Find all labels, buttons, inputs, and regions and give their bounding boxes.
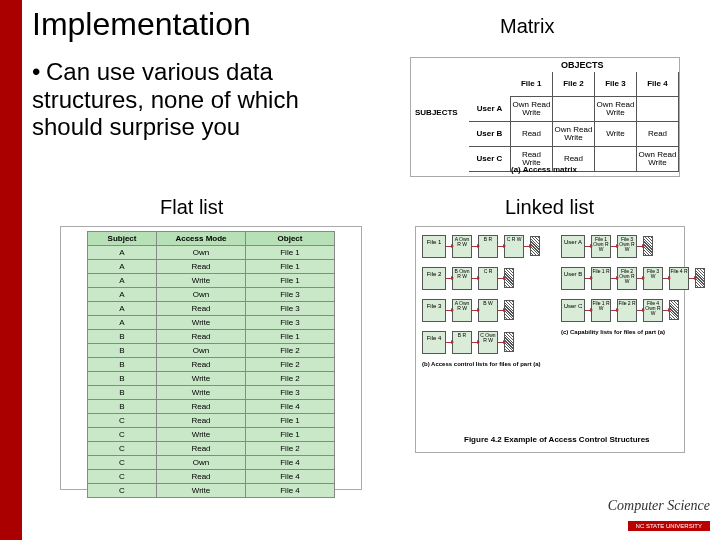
ll-node: C R W	[504, 235, 524, 258]
ll-node: C R	[478, 267, 498, 290]
subjects-header: SUBJECTS	[415, 108, 458, 117]
ll-node: B W	[478, 299, 498, 322]
arrow-icon	[446, 310, 452, 311]
ll-node: File 1 Own R W	[591, 235, 611, 258]
sub-caption: (b) Access control lists for files of pa…	[422, 361, 552, 367]
ll-head: File 3	[422, 299, 446, 322]
ll-head: File 1	[422, 235, 446, 258]
arrow-icon	[446, 278, 452, 279]
table-row: AOwnFile 3	[88, 288, 335, 302]
ll-node: C Own R W	[478, 331, 498, 354]
table-row: CReadFile 2	[88, 442, 335, 456]
ll-node: File 1 R W	[591, 299, 611, 322]
table-row: BWriteFile 3	[88, 386, 335, 400]
arrow-icon	[446, 246, 452, 247]
logo-badge: NC STATE UNIVERSITY	[628, 521, 710, 531]
table-row: CReadFile 4	[88, 470, 335, 484]
flat-list-diagram: Subject Access Mode Object AOwnFile 1ARe…	[60, 226, 362, 490]
table-row: CWriteFile 1	[88, 428, 335, 442]
ll-head: File 2	[422, 267, 446, 290]
arrow-icon	[498, 310, 504, 311]
ll-head: User B	[561, 267, 585, 290]
table-row: BReadFile 1	[88, 330, 335, 344]
linked-list-row: User CFile 1 R WFile 2 RFile 4 Own R W	[561, 297, 679, 323]
ll-node: File 2 R	[617, 299, 637, 322]
ll-node: B R	[478, 235, 498, 258]
slide-title: Implementation	[32, 6, 251, 43]
acl-lists: File 1A Own R WB RC R WFile 2B Own R WC …	[422, 233, 552, 367]
linked-list-row: User BFile 1 RFile 2 Own R WFile 3 WFile…	[561, 265, 679, 291]
bullet-text: •Can use various data structures, none o…	[32, 58, 372, 141]
arrow-icon	[498, 246, 504, 247]
arrow-icon	[498, 342, 504, 343]
sub-caption: (c) Capability lists for files of part (…	[561, 329, 679, 335]
ll-node: B R	[452, 331, 472, 354]
ll-node: File 4 R	[669, 267, 689, 290]
table-row: AOwnFile 1	[88, 246, 335, 260]
logo-text: Computer Science	[608, 498, 710, 514]
table-row: CReadFile 1	[88, 414, 335, 428]
arrow-icon	[689, 278, 695, 279]
ll-node: B Own R W	[452, 267, 472, 290]
arrow-icon	[472, 278, 478, 279]
matrix-caption: (a) Access matrix	[511, 165, 577, 174]
table-row: BReadFile 4	[88, 400, 335, 414]
arrow-icon	[472, 246, 478, 247]
ll-node: File 3 W	[643, 267, 663, 290]
table-row: BWriteFile 2	[88, 372, 335, 386]
arrow-icon	[637, 246, 643, 247]
capability-lists: User AFile 1 Own R WFile 3 Own R WUser B…	[561, 233, 679, 335]
arrow-icon	[663, 310, 669, 311]
linked-list-row: File 4B RC Own R W	[422, 329, 552, 355]
matrix-label: Matrix	[500, 15, 554, 38]
arrow-icon	[663, 278, 669, 279]
arrow-icon	[611, 310, 617, 311]
ll-node: File 2 Own R W	[617, 267, 637, 290]
arrow-icon	[585, 246, 591, 247]
linked-label: Linked list	[505, 196, 594, 219]
linked-list-diagram: File 1A Own R WB RC R WFile 2B Own R WC …	[415, 226, 685, 453]
arrow-icon	[446, 342, 452, 343]
objects-header: OBJECTS	[561, 60, 604, 70]
ll-head: User A	[561, 235, 585, 258]
table-row: AWriteFile 1	[88, 274, 335, 288]
left-red-bar	[0, 0, 22, 540]
arrow-icon	[524, 246, 530, 247]
ll-node: A Own R W	[452, 235, 472, 258]
table-row: AReadFile 1	[88, 260, 335, 274]
matrix-diagram: OBJECTS SUBJECTS File 1 File 2 File 3 Fi…	[410, 57, 680, 177]
arrow-icon	[637, 278, 643, 279]
linked-list-row: User AFile 1 Own R WFile 3 Own R W	[561, 233, 679, 259]
table-row: COwnFile 4	[88, 456, 335, 470]
arrow-icon	[472, 310, 478, 311]
arrow-icon	[611, 246, 617, 247]
figure-caption: Figure 4.2 Example of Access Control Str…	[464, 435, 650, 444]
table-row: BOwnFile 2	[88, 344, 335, 358]
flat-label: Flat list	[160, 196, 223, 219]
table-row: AWriteFile 3	[88, 316, 335, 330]
ll-node: File 1 R	[591, 267, 611, 290]
arrow-icon	[611, 278, 617, 279]
table-row: CWriteFile 4	[88, 484, 335, 498]
footer-logo: Computer Science NC STATE UNIVERSITY	[608, 498, 710, 532]
table-row: BReadFile 2	[88, 358, 335, 372]
ll-node: File 4 Own R W	[643, 299, 663, 322]
table-row: AReadFile 3	[88, 302, 335, 316]
arrow-icon	[498, 278, 504, 279]
ll-node: A Own R W	[452, 299, 472, 322]
ll-node: File 3 Own R W	[617, 235, 637, 258]
flat-list-table: Subject Access Mode Object AOwnFile 1ARe…	[87, 231, 335, 498]
arrow-icon	[585, 310, 591, 311]
arrow-icon	[585, 278, 591, 279]
linked-list-row: File 2B Own R WC R	[422, 265, 552, 291]
bullet-content: Can use various data structures, none of…	[32, 58, 299, 140]
ll-head: File 4	[422, 331, 446, 354]
arrow-icon	[472, 342, 478, 343]
ll-head: User C	[561, 299, 585, 322]
arrow-icon	[637, 310, 643, 311]
access-matrix-table: File 1 File 2 File 3 File 4 User A Own R…	[469, 72, 679, 172]
linked-list-row: File 1A Own R WB RC R W	[422, 233, 552, 259]
linked-list-row: File 3A Own R WB W	[422, 297, 552, 323]
